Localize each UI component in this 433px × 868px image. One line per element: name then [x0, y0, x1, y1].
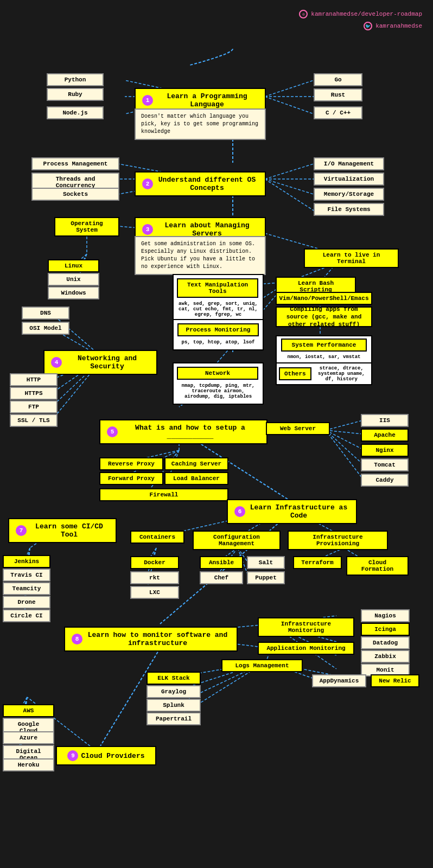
go-node: Go — [314, 73, 362, 86]
virtualization-node: Virtualization — [314, 173, 384, 186]
infra-prov-label: Infrastructure Provisioning — [293, 534, 383, 547]
network-box-label-node: Network — [177, 367, 258, 380]
svg-line-52 — [147, 548, 156, 591]
forward-proxy-label: Forward Proxy — [108, 475, 155, 482]
caching-label: Caching Server — [171, 461, 221, 467]
caddy-label: Caddy — [375, 477, 393, 483]
app-monitor-label: Application Monitoring — [266, 645, 345, 652]
teamcity-node: Teamcity — [3, 582, 50, 595]
proc-monitor-node: Process Monitoring ps, top, htop, atop, … — [173, 319, 264, 350]
svg-line-45 — [326, 430, 362, 464]
iis-label: IIS — [379, 417, 390, 424]
new-relic-node: New Relic — [371, 674, 419, 687]
text-manip-desc-text: awk, sed, grep, sort, uniq, cat, cut ech… — [177, 300, 259, 318]
rkt-node: rkt — [130, 571, 179, 584]
step4-node: 4 Networking and Security — [43, 350, 157, 375]
svg-line-13 — [265, 179, 314, 210]
network-desc-text: nmap, tcpdump, ping, mtr, traceroute air… — [177, 382, 259, 400]
travis-label: Travis CI — [10, 572, 42, 578]
http-label: HTTP — [27, 376, 41, 383]
step7-label: Learn some CI/CD Tool — [29, 522, 109, 539]
http-node: HTTP — [10, 373, 58, 386]
jenkins-label: Jenkins — [14, 558, 39, 565]
svg-line-12 — [265, 179, 314, 194]
splunk-node: Splunk — [147, 699, 201, 712]
step1-label: Learn a Programming Language — [156, 92, 258, 108]
twitter-icon: 🐦 — [364, 22, 372, 30]
icinga-node: Icinga — [361, 623, 410, 636]
dns-node: DNS — [22, 307, 69, 320]
ftp-node: FTP — [10, 400, 58, 413]
text-manip-label-node: Text Manipulation Tools — [177, 278, 258, 298]
rust-label: Rust — [331, 92, 345, 98]
svg-line-44 — [326, 430, 362, 449]
step3-desc: Get some administration in some OS. Espe… — [141, 240, 259, 271]
docker-label: Docker — [144, 559, 165, 566]
github-icon: ⊙ — [299, 10, 308, 18]
cloudformation-node: Cloud Formation — [346, 556, 409, 576]
salt-label: Salt — [259, 559, 273, 566]
terraform-node: Terraform — [293, 556, 342, 569]
twitter-text: kamranahmedse — [375, 23, 422, 29]
config-mgmt-node: Configuration Management — [193, 531, 281, 550]
svg-line-5 — [265, 97, 314, 114]
reverse-proxy-label: Reverse Proxy — [108, 461, 155, 467]
step8-label: Learn how to monitor software and infras… — [85, 631, 230, 647]
memory-node: Memory/Storage — [314, 188, 384, 201]
twitter-link[interactable]: 🐦 kamranahmedse — [299, 22, 422, 30]
github-link[interactable]: ⊙ kamranahmedse/developer-roadmap — [299, 10, 422, 18]
sys-perf-label-node: System Performance — [281, 339, 367, 352]
proc-monitor-label: Process Monitoring — [186, 327, 251, 333]
step1-desc: Doesn't matter which language you pick, … — [141, 113, 259, 136]
page-container: ⊙ kamranahmedse/developer-roadmap 🐦 kamr… — [0, 0, 433, 868]
step9-label: Cloud Providers — [81, 752, 144, 760]
step8-badge: 8 — [72, 634, 82, 644]
elk-label: ELK Stack — [157, 675, 189, 681]
osi-node: OSI Model — [22, 322, 69, 335]
nodejs-label: Node.js — [62, 110, 87, 116]
virtualization-label: Virtualization — [324, 176, 374, 182]
tomcat-node: Tomcat — [361, 458, 409, 471]
monit-label: Monit — [376, 667, 394, 673]
ansible-node: Ansible — [200, 556, 243, 569]
svg-line-42 — [326, 420, 362, 430]
heroku-label: Heroku — [18, 762, 40, 768]
step5-node: 5 What is and how to setup a ___________ — [99, 419, 268, 444]
aws-node: AWS — [3, 704, 54, 717]
firewall-node: Firewall — [99, 488, 228, 501]
svg-line-3 — [265, 80, 314, 97]
threads-label: Threads and Concurrency — [37, 176, 114, 189]
step6-badge: 6 — [234, 506, 245, 517]
others-node: Others strace, dtrace, systemtap uname, … — [276, 362, 372, 385]
svg-line-46 — [326, 430, 362, 478]
ftp-label: FTP — [28, 404, 39, 410]
chef-label: Chef — [214, 575, 228, 581]
osi-label: OSI Model — [29, 325, 61, 331]
nagios-node: Nagios — [361, 609, 410, 622]
graylog-label: Graylog — [161, 688, 186, 695]
zabbix-node: Zabbix — [361, 650, 410, 663]
splunk-label: Splunk — [163, 702, 184, 709]
file-systems-label: File Systems — [327, 206, 370, 213]
forward-proxy-node: Forward Proxy — [99, 472, 163, 485]
docker-node: Docker — [130, 556, 179, 569]
graylog-node: Graylog — [147, 685, 201, 698]
os-node: Operating System — [54, 217, 119, 237]
others-desc-text: strace, dtrace, systemtap uname, df, his… — [314, 366, 369, 382]
containers-node: Containers — [130, 531, 184, 544]
infra-prov-node: Infrastructure Provisioning — [288, 531, 388, 550]
text-manip-label: Text Manipulation Tools — [182, 282, 253, 295]
linux-node: Linux — [48, 259, 99, 272]
puppet-node: Puppet — [247, 571, 285, 584]
others-label-node: Others — [279, 367, 311, 380]
zabbix-label: Zabbix — [374, 653, 396, 660]
cpp-label: C / C++ — [326, 110, 351, 116]
sys-perf-label: System Performance — [292, 342, 356, 348]
step4-label: Networking and Security — [65, 354, 150, 371]
step5-badge: 5 — [107, 426, 118, 437]
aws-label: AWS — [23, 707, 34, 714]
circle-ci-label: Circle CI — [10, 612, 42, 619]
app-monitor-node: Application Monitoring — [258, 642, 354, 655]
ansible-label: Ansible — [209, 559, 234, 566]
unix-label: Unix — [66, 276, 80, 283]
